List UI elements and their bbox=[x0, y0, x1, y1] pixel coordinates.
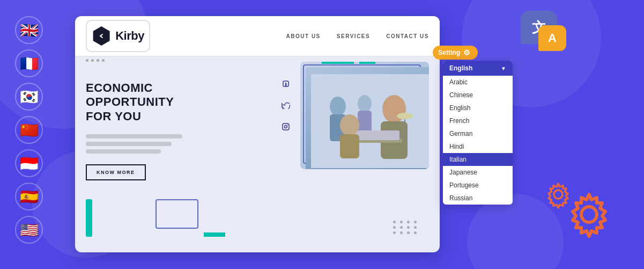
hero-left: ECONOMIC OPPORTUNITY FOR YOU KNOW MORE bbox=[86, 62, 271, 180]
dropdown-selected[interactable]: English ▼ bbox=[443, 61, 513, 76]
logo-hex-icon bbox=[92, 26, 111, 46]
translate-a-bubble: A bbox=[538, 25, 566, 51]
flag-spain[interactable]: 🇪🇸 bbox=[15, 183, 43, 210]
dropdown-item-german[interactable]: German bbox=[443, 127, 513, 140]
facebook-icon[interactable] bbox=[280, 78, 292, 90]
nav-services[interactable]: SERVICES bbox=[337, 33, 370, 39]
nav-contact[interactable]: CONTACT US bbox=[386, 33, 429, 39]
nav-links: ABOUT US SERVICES CONTACT US bbox=[286, 33, 429, 39]
nav-about[interactable]: ABOUT US bbox=[286, 33, 321, 39]
dropdown-item-chinese[interactable]: Chinese bbox=[443, 89, 513, 101]
dropdown-item-hindi[interactable]: Hindi bbox=[443, 140, 513, 153]
svg-point-13 bbox=[340, 114, 359, 136]
content-lines bbox=[86, 134, 271, 154]
flags-column: 🇬🇧 🇫🇷 🇰🇷 🇨🇳 🇮🇩 🇪🇸 🇺🇸 bbox=[15, 16, 43, 244]
flag-france[interactable]: 🇫🇷 bbox=[15, 49, 43, 77]
svg-point-5 bbox=[330, 97, 346, 116]
logo-box: Kirby bbox=[86, 20, 150, 52]
flag-indonesia[interactable]: 🇮🇩 bbox=[15, 149, 43, 177]
dropdown-item-portugese[interactable]: Portugese bbox=[443, 179, 513, 192]
gear-small-right-icon bbox=[542, 178, 574, 213]
translate-icon-area: 文 A bbox=[521, 11, 566, 51]
svg-point-16 bbox=[397, 113, 413, 119]
svg-rect-12 bbox=[357, 130, 399, 140]
social-icons bbox=[280, 62, 292, 180]
dropdown-item-japanese[interactable]: Japanese bbox=[443, 166, 513, 179]
flag-korea[interactable]: 🇰🇷 bbox=[15, 83, 43, 111]
setting-label: Setting bbox=[438, 49, 460, 56]
svg-point-3 bbox=[287, 125, 288, 126]
flag-china[interactable]: 🇨🇳 bbox=[15, 116, 43, 144]
dropdown-item-french[interactable]: French bbox=[443, 114, 513, 127]
dropdown-arrow-icon: ▼ bbox=[501, 66, 506, 71]
setting-button[interactable]: Setting ⚙ bbox=[433, 46, 478, 60]
svg-point-2 bbox=[285, 126, 287, 128]
svg-rect-1 bbox=[283, 123, 289, 130]
card-navbar: Kirby ABOUT US SERVICES CONTACT US bbox=[75, 16, 440, 56]
translate-a-icon: A bbox=[548, 31, 557, 45]
dropdown-item-italian[interactable]: Italian bbox=[443, 153, 513, 166]
twitter-icon[interactable] bbox=[280, 99, 292, 111]
dropdown-item-english[interactable]: English bbox=[443, 101, 513, 114]
dropdown-item-arabic[interactable]: Arabic bbox=[443, 76, 513, 89]
svg-point-7 bbox=[358, 95, 372, 112]
selected-language: English bbox=[449, 64, 472, 72]
know-more-button[interactable]: KNOW MORE bbox=[86, 164, 146, 180]
website-card: Kirby ABOUT US SERVICES CONTACT US ECONO… bbox=[75, 16, 440, 252]
dropdown-item-russian[interactable]: Russian bbox=[443, 192, 513, 205]
flag-usa[interactable]: 🇺🇸 bbox=[15, 216, 43, 244]
language-dropdown: English ▼ Arabic Chinese English French … bbox=[443, 61, 513, 205]
hero-headline: ECONOMIC OPPORTUNITY FOR YOU bbox=[86, 81, 271, 123]
svg-rect-14 bbox=[340, 134, 359, 158]
dots-decoration bbox=[86, 59, 105, 62]
logo-text: Kirby bbox=[115, 29, 144, 43]
setting-gear-icon: ⚙ bbox=[463, 48, 470, 57]
hero-photo bbox=[300, 62, 429, 169]
instagram-icon[interactable] bbox=[280, 121, 292, 133]
flag-uk[interactable]: 🇬🇧 bbox=[15, 16, 43, 44]
